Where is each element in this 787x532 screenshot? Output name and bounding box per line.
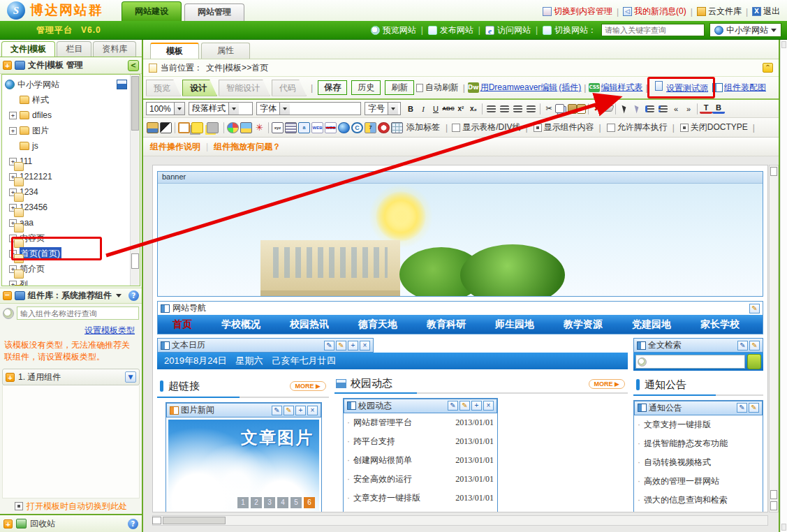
tree-item[interactable]: + 内容页 — [5, 230, 140, 246]
nav-menu-item[interactable]: 师生园地 — [480, 318, 549, 331]
tree-item[interactable]: + 1234 — [5, 184, 140, 200]
tree-root-node[interactable]: 中小学网站 — [5, 77, 140, 92]
scroll-left-button[interactable] — [152, 517, 161, 524]
toggle-checkbox[interactable] — [607, 124, 615, 132]
palette-icon[interactable] — [227, 122, 239, 133]
collapse-toolbar-icon[interactable]: ⌃ — [763, 63, 773, 73]
pager-item[interactable]: 5 — [290, 497, 302, 508]
tree-item[interactable]: + 简介页 — [5, 261, 140, 276]
align-justify-icon[interactable] — [527, 105, 536, 112]
toggle-checkbox[interactable] — [680, 124, 689, 132]
scroll-down-button[interactable] — [770, 501, 777, 510]
strikethrough-icon[interactable]: ABC — [442, 103, 455, 115]
dreamweaver-edit-link[interactable]: 用Dreamweaver编辑 — [480, 82, 558, 94]
tree-item[interactable]: + 1212121 — [5, 169, 140, 184]
eraser-icon[interactable] — [602, 105, 614, 112]
edit-pencil-icon[interactable]: ✎ — [749, 341, 760, 350]
edit-properties-icon[interactable]: ✎ — [737, 341, 748, 350]
notice-widget[interactable]: 通知公告 ✎ ✎ · — [633, 400, 763, 512]
toolbar-button[interactable]: 历史 — [351, 80, 381, 95]
nav-menu-item[interactable]: 教育科研 — [412, 318, 480, 331]
expand-all-icon[interactable]: + — [3, 61, 12, 70]
banner-component[interactable]: banner — [157, 171, 763, 297]
set-test-source-link[interactable]: 设置测试源 — [666, 83, 708, 93]
edit-pencil-icon[interactable]: ✎ — [459, 401, 470, 411]
main-tab[interactable]: 属性 — [201, 43, 250, 59]
view-tab[interactable]: 设计 — [182, 80, 217, 96]
gradient-icon[interactable] — [160, 122, 172, 133]
expand-down-button[interactable]: ▼ — [125, 371, 136, 383]
close-icon[interactable]: × — [307, 406, 318, 415]
fill-color-icon[interactable] — [147, 122, 159, 133]
auto-refresh-checkbox[interactable] — [416, 84, 423, 92]
add-tag-button[interactable]: 添加标签 — [406, 121, 440, 133]
component-search-icon[interactable] — [3, 308, 14, 319]
clock-icon[interactable] — [378, 122, 390, 133]
expand-icon[interactable]: + — [3, 519, 13, 529]
fulltext-search-input[interactable] — [635, 355, 745, 369]
flash-icon[interactable]: ✳ — [253, 122, 265, 133]
edit-pencil-icon[interactable]: ✎ — [749, 304, 760, 313]
table-icon[interactable] — [391, 122, 403, 133]
tree-item[interactable]: + 列 — [5, 276, 140, 286]
chevron-down-icon[interactable] — [116, 294, 122, 297]
toolbar-icon[interactable] — [540, 103, 540, 114]
align-right-icon[interactable] — [513, 105, 522, 112]
news-list-item[interactable]: · 创建网站很简单 2013/01/01 — [344, 451, 497, 470]
toolbar-button[interactable]: 保存 — [318, 80, 347, 95]
switch-content-link[interactable]: 切换到内容管理 — [543, 6, 612, 17]
chevron-down-icon[interactable] — [174, 103, 184, 114]
tree-item[interactable]: + js — [5, 138, 140, 154]
tree-item[interactable]: + dfiles — [5, 108, 140, 123]
italic-icon[interactable]: I — [417, 103, 429, 115]
chevron-down-icon[interactable] — [388, 103, 398, 114]
cloud-library-link[interactable]: 云文件库 — [697, 6, 742, 17]
component-drag-help-link[interactable]: 组件拖放有问题？ — [214, 141, 281, 153]
view-tab[interactable]: 智能设计 — [219, 80, 270, 96]
toolbar-icon[interactable] — [175, 122, 175, 133]
set-template-type-link[interactable]: 设置模板类型 — [84, 325, 135, 335]
picture-news-widget[interactable]: 图片新闻 ✎ ✎ + × 文章图片 — [166, 402, 322, 512]
notice-list-item[interactable]: · 角色化的权限管理 — [634, 510, 763, 512]
top-nav-tab[interactable]: 网站建设 — [122, 1, 182, 21]
canvas-horizontal-scrollbar[interactable] — [152, 515, 768, 526]
publish-site-link[interactable]: 发布网站 — [428, 24, 473, 36]
copy-icon[interactable] — [555, 104, 564, 113]
view-tab[interactable]: 预览 — [146, 80, 181, 96]
delete-icon[interactable]: ✖ — [591, 103, 603, 115]
collapse-section-icon[interactable]: − — [3, 291, 12, 300]
component-search-input[interactable] — [17, 306, 139, 320]
unlink-icon[interactable]: WEB — [325, 122, 337, 133]
cut-icon[interactable]: ✂ — [543, 103, 555, 115]
tree-item[interactable]: + 样式 — [5, 92, 140, 108]
tree-item[interactable]: + 111 — [5, 154, 140, 169]
component-help-link[interactable]: 组件操作说明 — [150, 141, 200, 153]
ordered-list-icon[interactable] — [645, 105, 654, 112]
border-style-icon[interactable] — [178, 122, 190, 133]
edit-properties-icon[interactable]: ✎ — [324, 341, 334, 350]
marquee-icon[interactable] — [285, 122, 297, 133]
notice-list-item[interactable]: · 文章支持一键排版 — [634, 415, 763, 434]
partial-select-icon[interactable] — [631, 103, 643, 115]
my-messages-link[interactable]: ◁我的新消息(0) — [623, 6, 686, 17]
preview-site-link[interactable]: 预览网站 — [371, 24, 416, 36]
campus-news-widget[interactable]: 校园动态 ✎ ✎ + × — [343, 398, 498, 512]
pager-item[interactable]: 3 — [264, 497, 275, 508]
zoom-select[interactable]: 100% — [146, 102, 185, 115]
notice-list-item[interactable]: · 高效的管理一群网站 — [634, 472, 763, 491]
bold-icon[interactable]: B — [404, 103, 417, 115]
insert-image-icon[interactable] — [240, 122, 252, 133]
logout-link[interactable]: X退出 — [752, 6, 780, 17]
edit-properties-icon[interactable]: ✎ — [272, 406, 282, 415]
sidebar-tab[interactable]: 文件|模板 — [1, 41, 55, 57]
new-page-icon[interactable]: xyz — [272, 122, 284, 133]
textfield-icon[interactable]: a — [298, 122, 310, 133]
move-icon[interactable]: + — [295, 406, 306, 415]
news-list-item[interactable]: · 安全高效的运行 2013/01/01 — [344, 470, 497, 489]
notice-list-item[interactable]: · 提供智能静态发布功能 — [634, 434, 763, 453]
toolbar-icon[interactable] — [615, 103, 616, 114]
edit-stylesheet-link[interactable]: 编辑样式表 — [601, 82, 643, 94]
nav-menu-item[interactable]: 党建园地 — [617, 318, 686, 331]
nav-menu-item[interactable]: 德育天地 — [344, 318, 412, 331]
view-tab[interactable]: 代码 — [272, 80, 307, 96]
